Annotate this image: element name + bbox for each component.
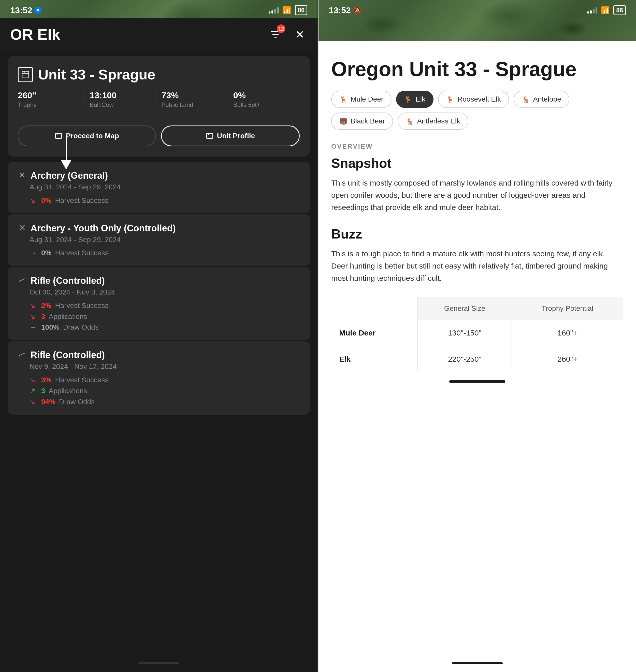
season-dates-1: Aug 31, 2024 - Sep 29, 2024 — [29, 236, 300, 244]
rooseveltelk-label: Roosevelt Elk — [457, 95, 501, 103]
svg-line-19 — [19, 353, 25, 356]
proceed-label: Proceed to Map — [66, 132, 119, 140]
season-archery-general[interactable]: Archery (General) Aug 31, 2024 - Sep 29,… — [8, 161, 310, 213]
stat-label-3-1: Applications — [49, 387, 87, 395]
unit-profile-button[interactable]: Unit Profile — [161, 126, 300, 146]
season-stat-2-2: → 100% Draw Odds — [29, 323, 300, 331]
arrow-icon-2-1: ↘ — [29, 312, 38, 321]
stat-value-0-0: 0% — [41, 196, 52, 205]
arrow-icon-1-0: → — [29, 249, 38, 257]
stat-label-1-0: Harvest Success — [55, 249, 108, 257]
blackbear-icon: 🐻 — [339, 117, 347, 125]
wifi-icon-right: 📶 — [601, 6, 610, 15]
season-name-1: Archery - Youth Only (Controlled) — [18, 223, 300, 234]
season-dates-3: Nov 9, 2024 - Nov 17, 2024 — [29, 363, 300, 371]
muledeer-label: Mule Deer — [351, 95, 383, 103]
bulls6pt-label: Bulls 6pt+ — [233, 101, 295, 109]
season-stat-0-0: ↘ 0% Harvest Success — [29, 196, 300, 205]
table-cell-muledeer-species: Mule Deer — [332, 320, 418, 346]
rifle-icon-3 — [18, 350, 26, 361]
trophy-table: General Size Trophy Potential Mule Deer … — [331, 297, 623, 372]
status-icons-left: 📶 86 — [269, 5, 307, 15]
antlerlesselk-icon: 🦌 — [406, 117, 414, 125]
stat-value-2-1: 3 — [41, 312, 45, 321]
unit-title-row: Unit 33 - Sprague — [18, 66, 300, 83]
trophy-label: Trophy — [18, 101, 79, 109]
season-stat-1-0: → 0% Harvest Success — [29, 249, 300, 257]
status-icons-right: 📶 86 — [587, 5, 626, 15]
time-right: 13:52 🔕 — [329, 5, 362, 15]
stat-value-2-0: 2% — [41, 302, 52, 310]
bulls6pt-value: 0% — [233, 90, 295, 100]
close-button-left[interactable]: ✕ — [292, 27, 307, 42]
species-tag-blackbear[interactable]: 🐻 Black Bear — [331, 113, 393, 130]
season-stats-1: → 0% Harvest Success — [29, 249, 300, 257]
stat-trophy: 260" Trophy — [18, 90, 84, 109]
stat-label-0-0: Harvest Success — [55, 196, 108, 205]
species-tag-antelope[interactable]: 🦌 Antelope — [514, 91, 569, 108]
location-icon — [34, 7, 41, 14]
antelope-label: Antelope — [533, 95, 561, 103]
battery-right: 86 — [613, 5, 626, 15]
muledeer-icon: 🦌 — [339, 95, 347, 103]
season-stat-3-0: ↘ 3% Harvest Success — [29, 376, 300, 384]
buzz-heading: Buzz — [331, 226, 623, 242]
table-cell-elk-size: 220"-250" — [418, 346, 512, 372]
table-cell-elk-trophy: 260"+ — [512, 346, 623, 372]
snapshot-heading: Snapshot — [331, 155, 623, 171]
scroll-indicator-right — [452, 662, 503, 664]
rifle-icon-2 — [18, 276, 26, 286]
season-rifle-nov[interactable]: Rifle (Controlled) Nov 9, 2024 - Nov 17,… — [8, 341, 310, 415]
stat-publicland: 73% Public Land — [162, 90, 228, 109]
profile-label: Unit Profile — [217, 132, 255, 140]
stat-bulls6pt: 0% Bulls 6pt+ — [233, 90, 300, 109]
species-tag-elk[interactable]: 🦌 Elk — [396, 91, 434, 108]
season-archery-youth[interactable]: Archery - Youth Only (Controlled) Aug 31… — [8, 214, 310, 266]
season-stats-2: ↘ 2% Harvest Success ↘ 3 Applications → … — [29, 301, 300, 331]
table-cell-muledeer-size: 130"-150" — [418, 320, 512, 346]
buzz-text: This is a tough place to find a mature e… — [331, 248, 623, 284]
season-stat-3-1: ↗ 3 Applications — [29, 387, 300, 395]
archery-icon-0 — [18, 171, 26, 181]
table-col-species — [332, 297, 418, 320]
arrow-icon-3-0: ↘ — [29, 376, 38, 384]
arrow-icon-3-2: ↘ — [29, 398, 38, 406]
table-col-generalsize: General Size — [418, 297, 512, 320]
arrow-icon-2-0: ↘ — [29, 301, 38, 310]
battery-value-left: 86 — [298, 7, 304, 14]
stat-value-1-0: 0% — [41, 249, 52, 257]
unit-icon — [18, 67, 33, 82]
antlerlesselk-label: Antlerless Elk — [417, 117, 460, 125]
stats-row: 260" Trophy 13:100 Bull:Cow 73% Public L… — [18, 90, 300, 116]
table-scroll-indicator — [449, 380, 505, 383]
season-rifle-oct[interactable]: Rifle (Controlled) Oct 30, 2024 - Nov 3,… — [8, 267, 310, 340]
stat-value-3-2: 94% — [41, 398, 56, 406]
unit-name: Unit 33 - Sprague — [38, 66, 155, 83]
table-col-trophypotential: Trophy Potential — [512, 297, 623, 320]
species-tag-antlerlesselk[interactable]: 🦌 Antlerless Elk — [398, 113, 468, 130]
stat-label-2-2: Draw Odds — [63, 323, 99, 331]
trophy-value: 260" — [18, 90, 79, 100]
species-tag-rooseveltelk[interactable]: 🦌 Roosevelt Elk — [438, 91, 509, 108]
svg-rect-7 — [56, 133, 62, 138]
action-buttons: Proceed to Map Unit Profile — [18, 126, 300, 146]
stat-label-3-2: Draw Odds — [59, 398, 95, 406]
header-actions: 12 ✕ — [266, 25, 307, 43]
season-name-2: Rifle (Controlled) — [18, 275, 300, 286]
page-title-left: OR Elk — [10, 26, 60, 43]
species-tag-muledeer[interactable]: 🦌 Mule Deer — [331, 91, 392, 108]
stat-value-3-1: 3 — [41, 387, 45, 395]
proceed-to-map-button[interactable]: Proceed to Map — [18, 126, 156, 146]
section-label-overview: OVERVIEW — [331, 142, 623, 150]
rooseveltelk-icon: 🦌 — [446, 95, 454, 103]
table-row-elk: Elk 220"-250" 260"+ — [332, 346, 623, 372]
season-stat-3-2: ↘ 94% Draw Odds — [29, 398, 300, 406]
time-display-right: 13:52 — [329, 5, 351, 15]
bullcow-label: Bull:Cow — [90, 101, 151, 109]
arrow-icon-2-2: → — [29, 323, 38, 331]
left-header: OR Elk 12 ✕ — [0, 18, 317, 51]
filter-button[interactable]: 12 — [266, 25, 284, 43]
elk-icon: 🦌 — [404, 95, 412, 103]
season-dates-0: Aug 31, 2024 - Sep 29, 2024 — [29, 183, 300, 191]
time-display-left: 13:52 — [10, 5, 32, 15]
